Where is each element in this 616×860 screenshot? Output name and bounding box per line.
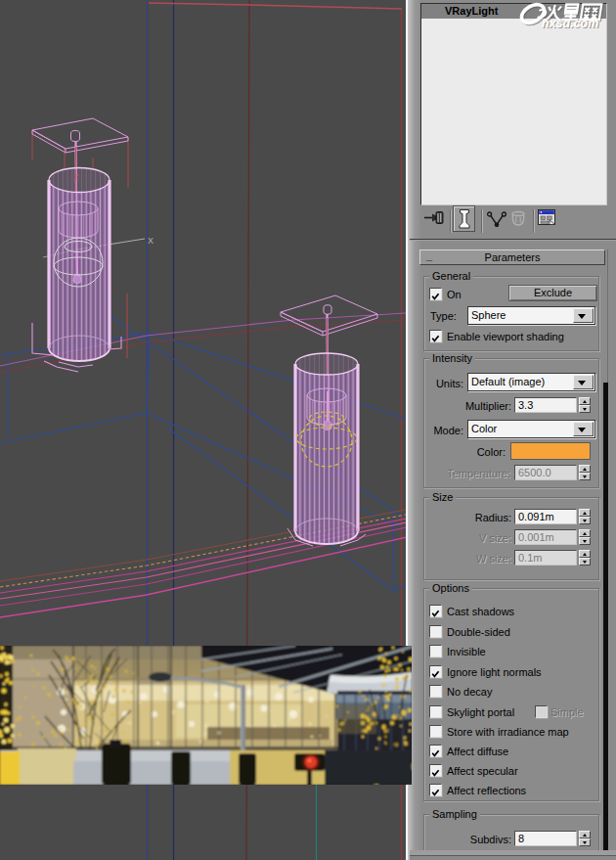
svg-text:hxsd.com: hxsd.com	[542, 17, 598, 30]
svg-text:X: X	[148, 236, 154, 246]
